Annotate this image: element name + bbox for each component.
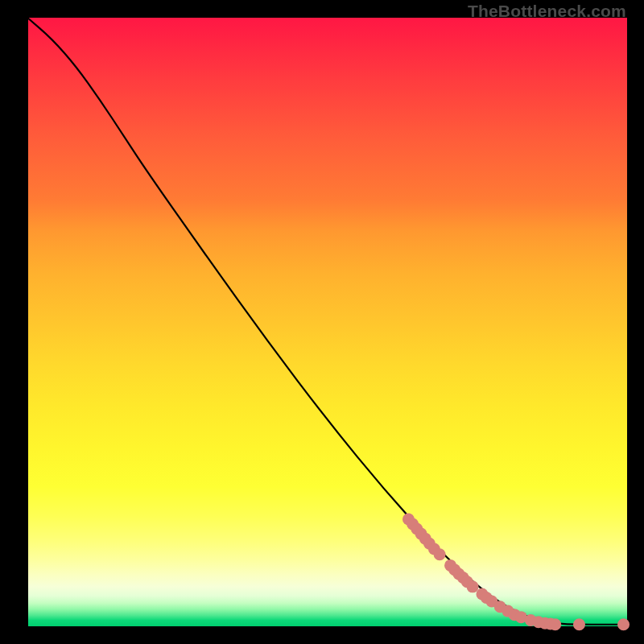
data-point bbox=[434, 548, 446, 560]
data-point bbox=[617, 618, 630, 630]
data-point bbox=[467, 580, 479, 592]
chart-frame: TheBottleneck.com bbox=[0, 0, 644, 644]
bottleneck-curve bbox=[28, 19, 626, 625]
data-point bbox=[573, 618, 585, 630]
plot-area bbox=[28, 18, 627, 626]
data-point bbox=[549, 618, 561, 630]
data-points bbox=[402, 513, 630, 630]
chart-svg bbox=[28, 18, 627, 626]
